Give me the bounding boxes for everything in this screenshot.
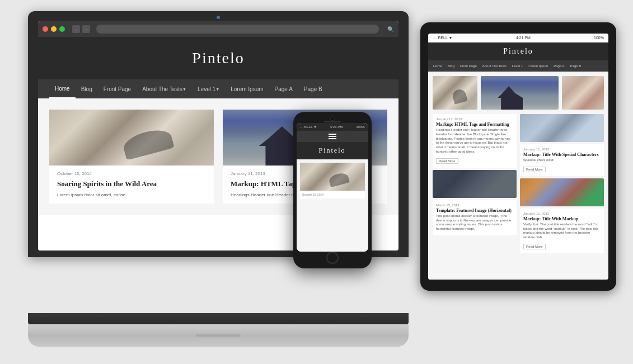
phone-screen: .... BELL ▼ 4:21 PM 100% Pintelo [297, 123, 368, 252]
tablet-status-bar: .... BELL ▼ 4:21 PM 100% [428, 34, 608, 42]
minimize-button[interactable] [51, 26, 57, 32]
address-bar[interactable] [96, 25, 379, 34]
tablet-nav-level1[interactable]: Level 1 [510, 64, 524, 68]
nav-item-pageb[interactable]: Page B [298, 79, 328, 98]
laptop-foot [28, 324, 409, 347]
tablet-img-dark [433, 170, 517, 198]
tablet-article-4-date: January 11, 2013 [523, 212, 601, 215]
tablet-img-laptop [433, 76, 477, 110]
tablet-article-3-read-more[interactable]: Read More [523, 167, 546, 172]
tablet-featured-row [433, 76, 604, 110]
nav-item-blog[interactable]: Blog [76, 79, 98, 98]
phone-status-bar: .... BELL ▼ 4:21 PM 100% [297, 123, 368, 131]
browser-toolbar: ‹ › 🔍 [38, 21, 398, 37]
tablet-nav-pageb[interactable]: Page B [569, 64, 583, 68]
nav-item-frontpage[interactable]: Front Page [98, 79, 137, 98]
tablet-screen: .... BELL ▼ 4:21 PM 100% Pintelo Home Bl… [428, 34, 608, 280]
tablet-col-right: January 11, 2013 Markup: Title With Spec… [520, 114, 604, 253]
tablet-article-3: January 11, 2013 Markup: Title With Spec… [520, 144, 604, 176]
tablet-nav-home[interactable]: Home [432, 64, 444, 68]
laptop-foot-groove [196, 334, 241, 337]
tablet-article-1-text: Headings Header one Header two Header th… [436, 128, 513, 154]
phone-site-header: Pintelo [297, 142, 368, 159]
phone-body: .... BELL ▼ 4:21 PM 100% Pintelo [293, 112, 372, 268]
laptop-camera [217, 16, 220, 19]
phone-card-1-date: October 15, 2014 [302, 193, 363, 196]
tablet-nav-pagea[interactable]: Page A [552, 64, 566, 68]
blog-card-1-excerpt: Lorem ipsum dolor sit amet, conse [57, 192, 206, 198]
phone-content: October 15, 2014 [297, 159, 368, 252]
blog-card-1-image [49, 110, 214, 166]
maximize-button[interactable] [59, 26, 65, 32]
blog-card-1-body: October 15, 2014 Soaring Spirits in the … [49, 166, 214, 204]
tablet-img-colorful [520, 178, 604, 206]
blog-card-1-date: October 15, 2014 [57, 171, 206, 176]
site-nav: Home Blog Front Page About The Tests Lev… [38, 79, 398, 98]
phone-site-title: Pintelo [297, 146, 368, 155]
phone-signal: .... BELL ▼ [300, 125, 317, 129]
nav-item-level1[interactable]: Level 1 [192, 79, 225, 98]
blog-card-1: October 15, 2014 Soaring Spirits in the … [49, 110, 214, 204]
tablet-img-bird [520, 114, 604, 142]
tablet-time: 4:21 PM [516, 36, 531, 40]
phone-battery: 100% [356, 125, 364, 129]
tablet-two-col: January 11, 2013 Markup: HTML Tags and F… [433, 114, 604, 253]
tablet-article-1-date: January 11, 2013 [436, 117, 513, 121]
hamburger-line-1 [329, 134, 336, 135]
tablet-article-4-text: Verify that: The post title renders the … [523, 223, 601, 240]
nav-item-lorem[interactable]: Lorem Ipsum [225, 79, 269, 98]
tablet-img-woman [562, 76, 604, 110]
browser-nav: ‹ › [72, 25, 90, 33]
hamburger-menu[interactable] [329, 134, 336, 139]
tablet-nav: Home Blog Front Page About The Tests Lev… [428, 60, 608, 72]
search-icon: 🔍 [387, 26, 394, 32]
scene: ‹ › 🔍 Pintelo Home Blog [0, 0, 633, 364]
hamburger-line-3 [329, 138, 336, 139]
tablet-body: .... BELL ▼ 4:21 PM 100% Pintelo Home Bl… [420, 22, 616, 291]
tablet-content: January 11, 2013 Markup: HTML Tags and F… [428, 72, 608, 280]
tablet-nav-lorem[interactable]: Lorem Ipsum [527, 64, 550, 68]
tablet-nav-front[interactable]: Front Page [458, 64, 479, 68]
tablet-article-2-title[interactable]: Template: Featured Image (Horizontal) [436, 208, 513, 213]
laptop-photo [49, 110, 214, 166]
tablet-article-1: January 11, 2013 Markup: HTML Tags and F… [433, 114, 517, 168]
site-header: Pintelo [38, 37, 398, 79]
forward-button[interactable]: › [82, 25, 90, 33]
phone-card-1-image [300, 163, 365, 191]
phone-nav-bar [297, 131, 368, 142]
tablet-article-2: March 15, 2013 Template: Featured Image … [433, 200, 517, 235]
phone-card-1-body: October 15, 2014 [300, 191, 365, 198]
tablet-article-3-text: Speacial chars exist! [523, 158, 601, 163]
nav-item-home[interactable]: Home [49, 79, 76, 98]
tablet-article-1-read-more[interactable]: Read More [436, 158, 458, 164]
tablet-article-2-text: This post should display a featured imag… [436, 214, 513, 231]
phone-camera [330, 116, 335, 121]
tablet-device: .... BELL ▼ 4:21 PM 100% Pintelo Home Bl… [420, 22, 616, 291]
hamburger-line-2 [329, 136, 336, 137]
close-button[interactable] [43, 26, 48, 32]
tablet-img-castle [481, 76, 559, 110]
tablet-article-1-title[interactable]: Markup: HTML Tags and Formatting [436, 122, 513, 127]
tablet-nav-about[interactable]: About The Tests [481, 64, 508, 68]
tablet-col-left: January 11, 2013 Markup: HTML Tags and F… [433, 114, 517, 253]
tablet-article-2-date: March 15, 2013 [436, 204, 513, 207]
tablet-nav-blog[interactable]: Blog [446, 64, 456, 68]
site-title: Pintelo [38, 49, 398, 67]
blog-card-1-title[interactable]: Soaring Spirits in the Wild Area [57, 179, 206, 189]
tablet-article-4-read-more[interactable]: Read More [523, 244, 546, 249]
tablet-article-3-title[interactable]: Markup: Title With Special Characters [523, 152, 601, 157]
tablet-site-title: Pintelo [428, 47, 608, 56]
tablet-article-4: January 11, 2013 Markup: Title With Mark… [520, 209, 604, 253]
tablet-signal: .... BELL ▼ [433, 36, 452, 40]
tablet-site-header: Pintelo [428, 42, 608, 60]
phone-speaker [324, 121, 341, 122]
phone-device: .... BELL ▼ 4:21 PM 100% Pintelo [293, 112, 372, 268]
phone-time: 4:21 PM [330, 125, 343, 129]
nav-item-about[interactable]: About The Tests [137, 79, 192, 98]
tablet-article-3-date: January 11, 2013 [523, 148, 601, 151]
laptop-base [28, 313, 409, 324]
phone-home-button[interactable] [326, 252, 339, 264]
back-button[interactable]: ‹ [72, 25, 80, 33]
tablet-article-4-title[interactable]: Markup: Title With Markup [523, 216, 601, 221]
nav-item-pagea[interactable]: Page A [269, 79, 298, 98]
